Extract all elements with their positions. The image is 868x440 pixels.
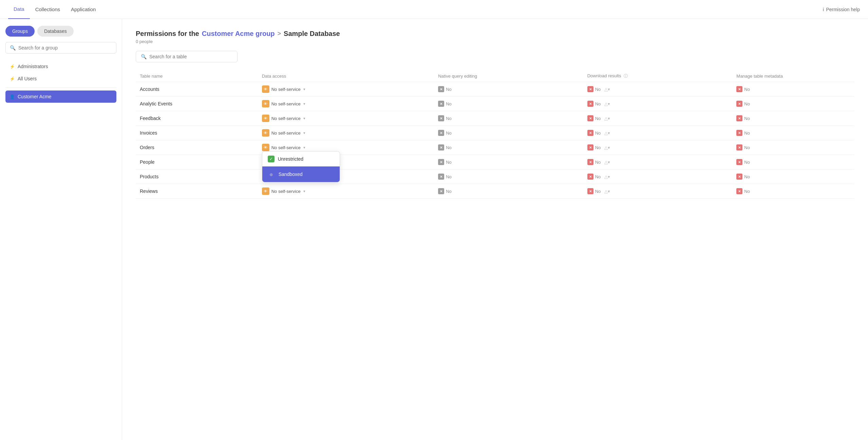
- warn-icon[interactable]: △▾: [604, 101, 610, 106]
- download-no-text: No: [595, 160, 601, 165]
- table-name-cell: Feedback: [140, 116, 161, 121]
- da-chevron-icon: ▾: [303, 189, 305, 194]
- nqe-badge: ✕ No: [438, 130, 452, 136]
- nav-collections[interactable]: Collections: [30, 0, 65, 19]
- da-text: No self-service: [271, 131, 301, 136]
- sidebar-item-administrators[interactable]: ⚡ Administrators: [5, 60, 116, 73]
- table-row: Analytic Events 👁 No self-service ▾ ✕ No…: [136, 97, 854, 111]
- option-label-sandboxed: Sandboxed: [279, 172, 303, 177]
- breadcrumb: Permissions for the Customer Acme group …: [136, 30, 854, 38]
- warn-icon[interactable]: △▾: [604, 87, 610, 92]
- warn-icon[interactable]: △▾: [604, 145, 610, 150]
- sidebar-item-all-users[interactable]: ⚡ All Users: [5, 73, 116, 85]
- table-search-icon: 🔍: [141, 54, 147, 59]
- manage-badge: ✕ No: [736, 174, 750, 180]
- table-row: Products 👁 No self-service ▾ ✕ No ✕ No △…: [136, 169, 854, 184]
- table-row: Orders 👁 No self-service ▾ ✓ Unrestricte…: [136, 140, 854, 155]
- download-no-text: No: [595, 87, 601, 92]
- data-access-dropdown[interactable]: 👁 No self-service ▾: [262, 129, 430, 137]
- sidebar-item-label-2: All Users: [18, 76, 37, 81]
- download-badge: ✕ No △▾: [587, 130, 610, 136]
- data-access-dropdown[interactable]: 👁 No self-service ▾: [262, 187, 430, 195]
- warn-icon[interactable]: △▾: [604, 189, 610, 194]
- group-search-box[interactable]: 🔍: [5, 42, 116, 54]
- download-info-icon[interactable]: ⓘ: [624, 74, 628, 78]
- nqe-no-text: No: [446, 116, 452, 121]
- download-badge: ✕ No △▾: [587, 86, 610, 92]
- download-no-text: No: [595, 189, 601, 194]
- col-header-download: Download results ⓘ: [583, 71, 733, 82]
- data-access-dropdown[interactable]: 👁 No self-service ▾ ✓ Unrestricted ◎ San…: [262, 144, 430, 151]
- da-icon: 👁: [262, 144, 269, 151]
- layout: Groups Databases 🔍 ⚡ Administrators ⚡ Al…: [0, 19, 868, 440]
- manage-badge: ✕ No: [736, 188, 750, 194]
- table-search-input[interactable]: [149, 54, 232, 59]
- nqe-x-icon: ✕: [438, 144, 444, 151]
- manage-no-text: No: [744, 131, 750, 136]
- permission-help-button[interactable]: i Permission help: [823, 7, 860, 12]
- check-icon: ✓: [268, 156, 275, 162]
- main-content: Permissions for the Customer Acme group …: [122, 19, 868, 440]
- da-icon: 👁: [262, 129, 269, 137]
- warn-icon[interactable]: △▾: [604, 116, 610, 121]
- download-badge: ✕ No △▾: [587, 188, 610, 194]
- da-icon: 👁: [262, 115, 269, 122]
- download-x-icon: ✕: [587, 130, 593, 136]
- nqe-x-icon: ✕: [438, 174, 444, 180]
- groups-button[interactable]: Groups: [5, 26, 35, 37]
- nqe-x-icon: ✕: [438, 86, 444, 92]
- table-name-cell: Accounts: [140, 86, 159, 92]
- warn-icon[interactable]: △▾: [604, 174, 610, 179]
- da-chevron-icon: ▾: [303, 116, 305, 121]
- da-text: No self-service: [271, 87, 301, 92]
- download-x-icon: ✕: [587, 159, 593, 165]
- nqe-x-icon: ✕: [438, 101, 444, 107]
- warn-icon[interactable]: △▾: [604, 131, 610, 136]
- manage-no-text: No: [744, 145, 750, 150]
- da-text: No self-service: [271, 101, 301, 106]
- nqe-no-text: No: [446, 145, 452, 150]
- breadcrumb-group-link[interactable]: Customer Acme group: [202, 30, 275, 38]
- group-search-input[interactable]: [18, 45, 112, 51]
- nqe-x-icon: ✕: [438, 188, 444, 194]
- warn-icon[interactable]: △▾: [604, 160, 610, 165]
- table-name-cell: Products: [140, 174, 158, 179]
- download-no-text: No: [595, 131, 601, 136]
- nav-data[interactable]: Data: [8, 0, 30, 19]
- flash-icon-2: ⚡: [10, 76, 15, 81]
- da-text: No self-service: [271, 189, 301, 194]
- nqe-x-icon: ✕: [438, 159, 444, 165]
- dropdown-option-sandboxed[interactable]: ◎ Sandboxed: [262, 166, 340, 182]
- nqe-no-text: No: [446, 131, 452, 136]
- table-row: Feedback 👁 No self-service ▾ ✕ No ✕ No △…: [136, 111, 854, 126]
- databases-button[interactable]: Databases: [37, 26, 74, 37]
- sidebar-item-customer-acme[interactable]: 👤 Customer Acme: [5, 91, 116, 103]
- top-nav: Data Collections Application i Permissio…: [0, 0, 868, 19]
- data-access-dropdown[interactable]: 👁 No self-service ▾: [262, 115, 430, 122]
- search-icon: 🔍: [10, 45, 16, 51]
- sidebar: Groups Databases 🔍 ⚡ Administrators ⚡ Al…: [0, 19, 122, 440]
- nqe-no-text: No: [446, 101, 452, 106]
- data-access-dropdown[interactable]: 👁 No self-service ▾: [262, 85, 430, 93]
- dropdown-popup: ✓ Unrestricted ◎ Sandboxed: [262, 151, 340, 182]
- col-header-table-name: Table name: [136, 71, 258, 82]
- manage-no-text: No: [744, 87, 750, 92]
- da-icon: 👁: [262, 187, 269, 195]
- dropdown-option-unrestricted[interactable]: ✓ Unrestricted: [262, 152, 340, 166]
- manage-no-text: No: [744, 116, 750, 121]
- option-label-unrestricted: Unrestricted: [278, 156, 303, 162]
- nqe-x-icon: ✕: [438, 130, 444, 136]
- people-count: 0 people: [136, 39, 854, 44]
- col-header-native-query: Native query editing: [434, 71, 583, 82]
- table-name-cell: Analytic Events: [140, 101, 172, 106]
- breadcrumb-chevron: >: [278, 30, 281, 37]
- download-badge: ✕ No △▾: [587, 174, 610, 180]
- nqe-badge: ✕ No: [438, 188, 452, 194]
- sidebar-item-label: Administrators: [18, 64, 48, 69]
- data-access-dropdown[interactable]: 👁 No self-service ▾: [262, 100, 430, 107]
- nqe-no-text: No: [446, 174, 452, 179]
- table-search-box[interactable]: 🔍: [136, 51, 238, 62]
- download-x-icon: ✕: [587, 115, 593, 121]
- nav-application[interactable]: Application: [65, 0, 101, 19]
- da-icon: 👁: [262, 85, 269, 93]
